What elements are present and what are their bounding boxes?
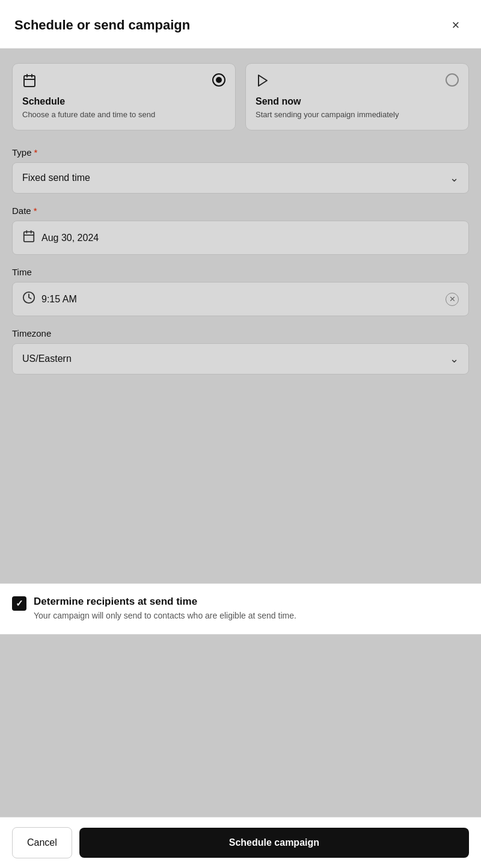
date-field-group: Date * Aug 30, 2024	[12, 206, 469, 255]
schedule-card-desc: Choose a future date and time to send	[22, 109, 225, 120]
schedule-card-header	[22, 73, 225, 91]
send-now-card-desc: Start sending your campaign immediately	[256, 109, 459, 120]
type-required-star: *	[34, 147, 38, 157]
calendar-icon	[22, 73, 37, 91]
type-field-group: Type * Fixed send time ⌄	[12, 147, 469, 194]
schedule-campaign-button[interactable]: Schedule campaign	[79, 828, 469, 858]
send-now-radio[interactable]	[446, 73, 459, 87]
type-select[interactable]: Fixed send time ⌄	[12, 162, 469, 194]
timezone-select-value: US/Eastern	[22, 353, 72, 364]
send-now-option-card[interactable]: Send now Start sending your campaign imm…	[245, 63, 469, 130]
send-icon	[256, 73, 270, 91]
schedule-radio[interactable]	[212, 73, 225, 87]
clear-time-icon[interactable]: ✕	[446, 293, 459, 306]
send-now-card-title: Send now	[256, 96, 459, 107]
cancel-button[interactable]: Cancel	[12, 827, 72, 858]
checkbox-row: ✓ Determine recipients at send time Your…	[12, 596, 469, 622]
svg-rect-0	[24, 76, 35, 87]
schedule-option-card[interactable]: Schedule Choose a future date and time t…	[12, 63, 236, 130]
svg-rect-5	[24, 232, 34, 242]
date-field-label: Date *	[12, 206, 469, 216]
modal-header: Schedule or send campaign ×	[0, 0, 481, 49]
timezone-chevron-icon: ⌄	[450, 352, 459, 365]
checkbox-section: ✓ Determine recipients at send time Your…	[0, 583, 481, 635]
time-left: 9:15 AM	[22, 291, 77, 307]
timezone-field-group: Timezone US/Eastern ⌄	[12, 328, 469, 374]
checkbox-label: Determine recipients at send time	[34, 596, 296, 608]
type-chevron-icon: ⌄	[450, 171, 459, 185]
recipients-checkbox[interactable]: ✓	[12, 596, 26, 611]
time-value: 9:15 AM	[41, 294, 77, 305]
modal-title: Schedule or send campaign	[14, 17, 190, 33]
type-field-label: Type *	[12, 147, 469, 157]
time-field-label: Time	[12, 267, 469, 277]
checkbox-description: Your campaign will only send to contacts…	[34, 610, 296, 622]
modal-body: Schedule Choose a future date and time t…	[0, 49, 481, 583]
checkbox-text-area: Determine recipients at send time Your c…	[34, 596, 296, 622]
clock-icon	[22, 291, 35, 307]
check-mark-icon: ✓	[16, 598, 23, 609]
date-input[interactable]: Aug 30, 2024	[12, 221, 469, 255]
timezone-select[interactable]: US/Eastern ⌄	[12, 343, 469, 374]
svg-marker-4	[259, 75, 267, 86]
schedule-card-title: Schedule	[22, 96, 225, 107]
close-button[interactable]: ×	[445, 14, 467, 36]
date-required-star: *	[34, 206, 37, 216]
radio-dot	[216, 77, 222, 83]
date-calendar-icon	[22, 230, 35, 246]
modal-container: Schedule or send campaign ×	[0, 0, 481, 868]
type-select-value: Fixed send time	[22, 173, 90, 183]
time-field-group: Time 9:15 AM ✕	[12, 267, 469, 316]
modal-footer: Cancel Schedule campaign	[0, 817, 481, 868]
send-now-card-header	[256, 73, 459, 91]
time-input[interactable]: 9:15 AM ✕	[12, 282, 469, 316]
option-cards: Schedule Choose a future date and time t…	[12, 63, 469, 130]
modal-footer-background	[0, 635, 481, 817]
date-value: Aug 30, 2024	[41, 233, 99, 243]
timezone-field-label: Timezone	[12, 328, 469, 338]
